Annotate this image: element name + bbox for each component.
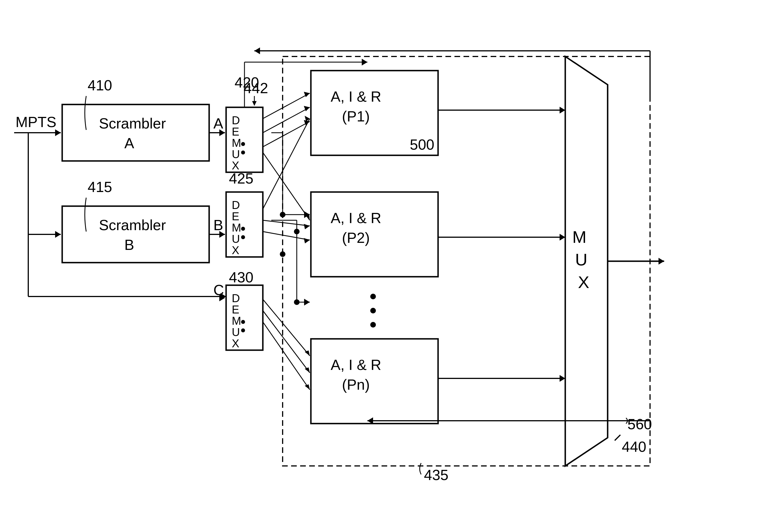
svg-text:E: E (232, 303, 240, 316)
label-500: 500 (410, 136, 434, 153)
label-435: 435 (424, 467, 448, 483)
demux1-u: U (232, 148, 240, 160)
svg-point-28 (370, 294, 376, 299)
label-440: 440 (622, 439, 646, 455)
svg-point-25 (241, 320, 245, 324)
demux1-m: M (232, 137, 241, 149)
svg-text:M: M (232, 315, 241, 327)
scrambler-b-text2: B (124, 237, 134, 253)
air-p1-text1: A, I & R (331, 88, 381, 105)
wire-c-label: C (214, 282, 224, 298)
svg-text:D: D (232, 199, 240, 211)
svg-text:D: D (232, 292, 240, 304)
svg-point-8 (241, 151, 245, 154)
scrambler-b-text1: Scrambler (99, 217, 166, 233)
label-410: 410 (88, 77, 112, 93)
svg-point-30 (370, 322, 376, 328)
label-430: 430 (229, 269, 254, 285)
air-p2-text1: A, I & R (331, 210, 381, 226)
svg-point-26 (241, 328, 245, 332)
label-415: 415 (88, 179, 112, 195)
svg-text:X: X (232, 337, 240, 350)
air-pn-text2: (Pn) (342, 376, 370, 393)
scrambler-a-text2: A (124, 135, 134, 151)
wire-b-label: B (214, 217, 223, 233)
svg-point-16 (241, 227, 245, 231)
label-425: 425 (229, 170, 254, 187)
scrambler-a-text1: Scrambler (99, 115, 166, 132)
label-560: 560 (628, 416, 652, 432)
mux-x: X (578, 273, 589, 292)
wire-a-label: A (214, 115, 223, 132)
svg-point-29 (370, 308, 376, 313)
svg-text:E: E (232, 210, 240, 223)
svg-text:U: U (232, 326, 240, 338)
svg-text:M: M (232, 221, 241, 234)
demux1-d: D (232, 114, 240, 127)
demux1-e: E (232, 125, 240, 138)
demux1-x: X (232, 159, 240, 172)
svg-point-17 (241, 235, 245, 239)
air-pn-text1: A, I & R (331, 357, 381, 373)
diagram-container: 410 Scrambler A 415 Scrambler B MPTS 420 (0, 0, 771, 532)
air-p2-text2: (P2) (342, 230, 370, 246)
svg-point-52 (280, 251, 286, 257)
mux-u: U (575, 250, 587, 269)
svg-text:U: U (232, 233, 240, 245)
air-p1-text2: (P1) (342, 108, 370, 125)
mux-m: M (572, 228, 587, 247)
svg-text:X: X (232, 244, 240, 256)
label-442: 442 (244, 80, 268, 96)
svg-point-7 (241, 142, 245, 146)
svg-rect-0 (0, 0, 771, 532)
mpts-label: MPTS (16, 114, 56, 130)
